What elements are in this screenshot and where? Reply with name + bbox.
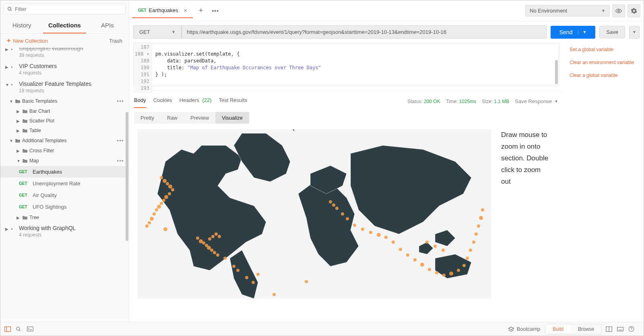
tab-collections[interactable]: Collections — [43, 18, 86, 33]
view-preview[interactable]: Preview — [184, 112, 215, 124]
console-icon[interactable] — [27, 326, 38, 332]
more-icon[interactable]: ••• — [117, 98, 124, 104]
two-pane-icon[interactable] — [606, 326, 617, 332]
svg-point-46 — [369, 231, 372, 234]
chevron-right-icon: ▶ — [17, 129, 22, 133]
svg-point-61 — [469, 249, 472, 252]
tab-headers[interactable]: Headers (22) — [180, 95, 212, 108]
svg-point-40 — [332, 203, 335, 207]
request-tab[interactable]: GET Earthquakes × — [132, 4, 193, 18]
view-raw[interactable]: Raw — [161, 112, 184, 124]
svg-point-62 — [472, 241, 475, 244]
method-select[interactable]: GET ▼ — [133, 25, 182, 39]
svg-point-57 — [449, 272, 453, 276]
folder-basic-templates[interactable]: ▼ Basic Templates ••• — [0, 96, 129, 106]
keyboard-icon[interactable] — [617, 327, 628, 332]
view-mode-tabs: Pretty Raw Preview Visualize — [129, 108, 563, 125]
svg-point-58 — [457, 269, 460, 272]
filter-box[interactable] — [4, 4, 126, 15]
tab-body[interactable]: Body — [134, 95, 146, 108]
svg-point-24 — [213, 251, 216, 254]
folder-tree[interactable]: ▶ Tree — [0, 213, 129, 222]
save-response-button[interactable]: Save Response ▼ — [515, 98, 558, 104]
request-earthquakes[interactable]: GET Earthquakes — [0, 166, 129, 178]
svg-point-33 — [252, 281, 255, 284]
svg-point-10 — [162, 199, 165, 202]
chevron-down-icon[interactable]: ▼ — [578, 30, 586, 34]
view-pretty[interactable]: Pretty — [134, 112, 161, 124]
request-unemployment[interactable]: GET Unemployment Rate — [0, 178, 129, 189]
more-icon[interactable]: ••• — [117, 158, 124, 164]
svg-point-69 — [425, 241, 429, 244]
folder-label: Table — [29, 128, 41, 133]
collection-item[interactable]: ▼ ▪ Visualizer Feature Templates 19 requ… — [0, 78, 129, 96]
env-label: No Environment — [530, 8, 567, 14]
more-icon[interactable]: ••• — [117, 137, 124, 144]
headers-count: (22) — [202, 97, 211, 103]
new-collection-button[interactable]: + New Collection — [7, 37, 48, 44]
folder-table[interactable]: ▶ Table — [0, 126, 129, 135]
collection-icon: ▪ — [11, 82, 19, 87]
world-map[interactable]: ↖ — [137, 129, 491, 299]
close-icon[interactable]: × — [184, 7, 188, 14]
folder-map[interactable]: ▼ Map ••• — [0, 156, 129, 166]
request-bar: GET ▼ https://earthquake.usgs.gov/fdsnws… — [129, 21, 644, 43]
scrollbar[interactable] — [126, 112, 128, 241]
find-icon[interactable] — [16, 326, 27, 332]
collection-item[interactable]: ▶ ▪ Working with GraphQL 4 requests — [0, 222, 129, 240]
caret-icon: ▶ — [5, 65, 11, 69]
snippets-panel: Set a global variable Clear an environme… — [563, 43, 644, 322]
svg-point-49 — [392, 241, 395, 244]
send-button[interactable]: Send ▼ — [551, 26, 596, 39]
collection-item[interactable]: ▶ ▪ VIP Customers 4 requests — [0, 60, 129, 78]
svg-point-28 — [215, 232, 218, 236]
save-button[interactable]: Save — [599, 26, 625, 38]
build-mode[interactable]: Build — [545, 324, 571, 334]
folder-bar-chart[interactable]: ▶ Bar Chart — [0, 106, 129, 116]
snippet-set-global[interactable]: Set a global variable — [570, 47, 637, 52]
env-quicklook-button[interactable] — [612, 4, 625, 17]
status-label: Status: 200 OK — [407, 99, 440, 104]
tab-cookies[interactable]: Cookies — [153, 95, 172, 108]
folder-icon — [15, 99, 22, 104]
new-tab-button[interactable]: + — [194, 4, 207, 17]
code-editor[interactable]: 187 188 ▾ 189 190 191 192 193 pm.visuali… — [133, 43, 559, 86]
bootcamp-button[interactable]: Bootcamp — [508, 326, 541, 332]
chevron-right-icon: ▶ — [17, 149, 22, 153]
trash-link[interactable]: Trash — [109, 38, 122, 44]
svg-rect-70 — [5, 327, 11, 332]
environment-select[interactable]: No Environment ▼ — [525, 5, 610, 17]
svg-point-15 — [150, 217, 154, 221]
collection-sub: 4 requests — [19, 70, 124, 76]
svg-point-3 — [160, 176, 163, 179]
svg-point-7 — [171, 188, 174, 191]
svg-line-73 — [19, 330, 21, 331]
save-dropdown[interactable]: ▼ — [629, 26, 640, 39]
filter-input[interactable] — [15, 6, 122, 12]
browse-mode[interactable]: Browse — [571, 324, 601, 334]
settings-button[interactable] — [627, 4, 640, 17]
method-label: GET — [19, 170, 33, 174]
view-visualize[interactable]: Visualize — [215, 112, 249, 124]
scrollbar[interactable] — [555, 60, 558, 84]
sidebar-toggle-icon[interactable] — [4, 326, 16, 332]
url-input[interactable]: https://earthquake.usgs.gov/fdsnws/event… — [182, 25, 547, 39]
snippet-clear-env[interactable]: Clear an environment variable — [570, 60, 637, 65]
folder-icon — [15, 138, 22, 143]
snippet-clear-global[interactable]: Clear a global variable — [570, 73, 637, 78]
help-icon[interactable] — [628, 326, 640, 332]
folder-icon — [22, 109, 29, 114]
request-air-quality[interactable]: GET Air Quality — [0, 189, 129, 201]
tab-test-results[interactable]: Test Results — [219, 95, 248, 108]
tab-more-icon[interactable]: ••• — [209, 4, 222, 17]
caret-icon: ▶ — [5, 227, 11, 231]
request-ufo[interactable]: GET UFO Sightings — [0, 201, 129, 213]
svg-point-35 — [232, 265, 235, 268]
folder-additional-templates[interactable]: ▼ Additional Templates ••• — [0, 135, 129, 146]
tab-apis[interactable]: APIs — [86, 18, 129, 33]
svg-point-72 — [17, 327, 20, 330]
folder-scatter-plot[interactable]: ▶ Scatter Plot — [0, 116, 129, 126]
tab-history[interactable]: History — [0, 18, 43, 33]
folder-cross-filter[interactable]: ▶ Cross Filter — [0, 146, 129, 156]
collection-item[interactable]: ▶ ▪ Shippengine Walkthrough 39 requests — [0, 48, 129, 60]
